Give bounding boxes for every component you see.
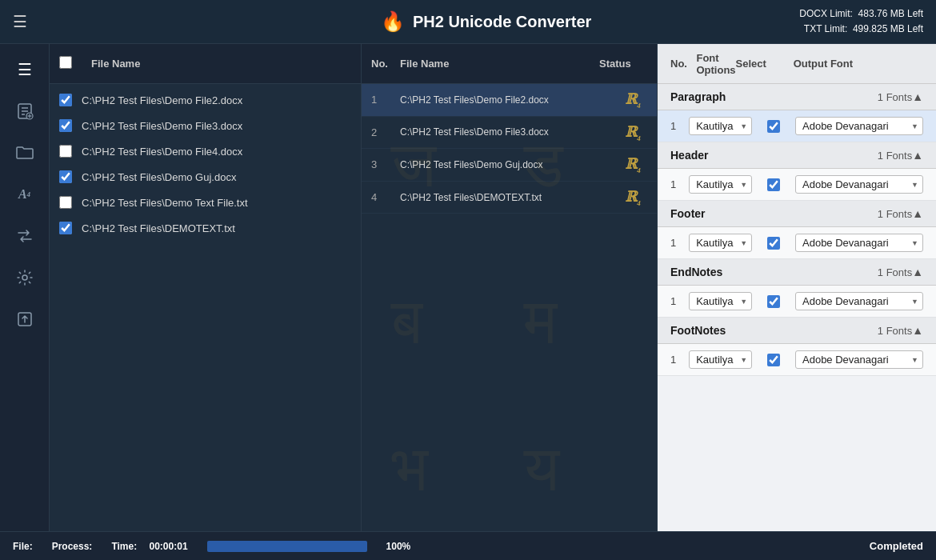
row-font-option: Kautilya <box>689 117 752 135</box>
output-font-select[interactable]: Adobe Devanagari <box>795 175 923 194</box>
section-header-footer[interactable]: Footer 1 Fonts ▲ <box>658 201 936 227</box>
output-font-select[interactable]: Adobe Devanagari <box>795 117 923 135</box>
file-item[interactable]: C:\PH2 Test Files\Demo File3.docx <box>50 113 361 138</box>
mid-file-item[interactable]: 4 C:\PH2 Test Files\DEMOTEXT.txt ℝ4 <box>362 182 657 214</box>
chevron-icon-endnotes: ▲ <box>912 266 923 278</box>
sidebar-icon-fonts[interactable]: A4 <box>7 177 42 212</box>
section-count-footer: 1 Fonts <box>874 208 912 220</box>
font-row: 1 Kautilya Adobe Devanagari <box>658 227 936 259</box>
section-count-header: 1 Fonts <box>874 150 912 162</box>
main-layout: ☰ A4 File Name C:\PH2 Test Files\Demo Fi… <box>0 44 936 531</box>
mid-file-no: 1 <box>371 94 394 106</box>
file-item[interactable]: C:\PH2 Test Files\Demo Text File.txt <box>50 190 361 215</box>
sidebar-icon-settings[interactable] <box>7 260 42 295</box>
file-name: C:\PH2 Test Files\Demo File2.docx <box>82 94 242 106</box>
row-checkbox <box>758 178 789 191</box>
font-select[interactable]: Kautilya <box>689 292 752 310</box>
output-font-select-wrapper[interactable]: Adobe Devanagari <box>795 292 923 310</box>
row-font-option: Kautilya <box>689 350 752 369</box>
file-name: C:\PH2 Test Files\Demo Text File.txt <box>82 197 248 209</box>
font-section-endnotes: EndNotes 1 Fonts ▲ 1 Kautilya Adobe Deva… <box>658 259 936 318</box>
sidebar-icon-folder[interactable] <box>7 135 42 170</box>
mid-status-header: Status <box>599 58 647 70</box>
file-item[interactable]: C:\PH2 Test Files\Demo Guj.docx <box>50 164 361 190</box>
mid-panel-header: No. File Name Status <box>362 44 657 84</box>
font-checkbox[interactable] <box>767 295 780 308</box>
file-checkbox[interactable] <box>59 119 72 132</box>
output-font-select-wrapper[interactable]: Adobe Devanagari <box>795 234 923 252</box>
output-font-select-wrapper[interactable]: Adobe Devanagari <box>795 117 923 135</box>
row-font-option: Kautilya <box>689 175 752 194</box>
sidebar-icon-menu[interactable]: ☰ <box>7 52 42 87</box>
font-section-header: Header 1 Fonts ▲ 1 Kautilya Adobe Devana… <box>658 142 936 201</box>
row-font-option: Kautilya <box>689 292 752 310</box>
font-select-wrapper[interactable]: Kautilya <box>689 350 752 369</box>
mid-file-item[interactable]: 1 C:\PH2 Test Files\Demo File2.docx ℝ4 <box>362 84 657 117</box>
section-title-footer: Footer <box>670 207 868 220</box>
sidebar-icon-export[interactable] <box>7 302 42 337</box>
font-status-icon: ℝ4 <box>625 155 640 174</box>
sidebar-icon-convert[interactable] <box>7 218 42 254</box>
section-count-footnotes: 1 Fonts <box>874 325 912 337</box>
file-name: C:\PH2 Test Files\DEMOTEXT.txt <box>82 222 235 234</box>
font-checkbox[interactable] <box>767 237 780 250</box>
section-header-paragraph[interactable]: Paragraph 1 Fonts ▲ <box>658 84 936 110</box>
file-item[interactable]: C:\PH2 Test Files\Demo File2.docx <box>50 87 361 113</box>
font-status-icon: ℝ4 <box>625 123 640 142</box>
row-output-font: Adobe Devanagari <box>795 117 923 135</box>
row-checkbox <box>758 237 789 250</box>
file-item[interactable]: C:\PH2 Test Files\Demo File4.docx <box>50 138 361 164</box>
row-no: 1 <box>670 237 682 249</box>
file-checkbox[interactable] <box>59 170 72 183</box>
font-section-paragraph: Paragraph 1 Fonts ▲ 1 Kautilya Adobe Dev… <box>658 84 936 142</box>
sidebar-icon-import[interactable] <box>7 94 42 129</box>
font-select[interactable]: Kautilya <box>689 117 752 135</box>
mid-file-status-icon: ℝ4 <box>618 155 647 174</box>
svg-point-7 <box>22 275 27 280</box>
section-count-endnotes: 1 Fonts <box>874 266 912 278</box>
output-font-select[interactable]: Adobe Devanagari <box>795 292 923 310</box>
font-section-footer: Footer 1 Fonts ▲ 1 Kautilya Adobe Devana… <box>658 201 936 259</box>
row-output-font: Adobe Devanagari <box>795 350 923 369</box>
mid-file-name: C:\PH2 Test Files\Demo File3.docx <box>400 126 612 138</box>
section-header-endnotes[interactable]: EndNotes 1 Fonts ▲ <box>658 259 936 286</box>
file-name: C:\PH2 Test Files\Demo File4.docx <box>82 146 242 158</box>
section-header-footnotes[interactable]: FootNotes 1 Fonts ▲ <box>658 318 936 344</box>
right-select-header: Select <box>736 58 794 70</box>
left-panel: File Name C:\PH2 Test Files\Demo File2.d… <box>50 44 362 531</box>
time-display: Time: 00:00:01 <box>111 541 187 552</box>
left-panel-header: File Name <box>50 44 361 84</box>
font-checkbox[interactable] <box>767 120 780 133</box>
mid-file-item[interactable]: 3 C:\PH2 Test Files\Demo Guj.docx ℝ4 <box>362 149 657 182</box>
file-checkbox[interactable] <box>59 145 72 158</box>
row-no: 1 <box>670 120 682 132</box>
file-checkbox[interactable] <box>59 222 72 234</box>
file-checkbox[interactable] <box>59 196 72 209</box>
font-select[interactable]: Kautilya <box>689 350 752 369</box>
output-font-select-wrapper[interactable]: Adobe Devanagari <box>795 175 923 194</box>
font-select[interactable]: Kautilya <box>689 234 752 252</box>
font-select[interactable]: Kautilya <box>689 175 752 194</box>
file-name-header: File Name <box>91 58 140 70</box>
output-font-select-wrapper[interactable]: Adobe Devanagari <box>795 350 923 369</box>
font-checkbox[interactable] <box>767 354 780 366</box>
font-checkbox[interactable] <box>767 178 780 191</box>
file-checkbox[interactable] <box>59 94 72 106</box>
file-status: File: <box>13 541 33 552</box>
font-status-icon: ℝ4 <box>625 188 640 207</box>
font-select-wrapper[interactable]: Kautilya <box>689 117 752 135</box>
font-select-wrapper[interactable]: Kautilya <box>689 234 752 252</box>
output-font-select[interactable]: Adobe Devanagari <box>795 350 923 369</box>
select-all-checkbox[interactable] <box>59 56 72 69</box>
sidebar: ☰ A4 <box>0 44 50 531</box>
output-font-select[interactable]: Adobe Devanagari <box>795 234 923 252</box>
mid-file-list: 1 C:\PH2 Test Files\Demo File2.docx ℝ4 2… <box>362 84 657 531</box>
file-item[interactable]: C:\PH2 Test Files\DEMOTEXT.txt <box>50 215 361 241</box>
font-select-wrapper[interactable]: Kautilya <box>689 175 752 194</box>
menu-icon[interactable]: ☰ <box>13 12 27 31</box>
mid-file-item[interactable]: 2 C:\PH2 Test Files\Demo File3.docx ℝ4 <box>362 117 657 150</box>
section-header-header[interactable]: Header 1 Fonts ▲ <box>658 142 936 169</box>
font-select-wrapper[interactable]: Kautilya <box>689 292 752 310</box>
mid-file-name: C:\PH2 Test Files\Demo Guj.docx <box>400 159 612 170</box>
top-bar: ☰ 🔥 PH2 Unicode Converter DOCX Limit: 48… <box>0 0 936 44</box>
